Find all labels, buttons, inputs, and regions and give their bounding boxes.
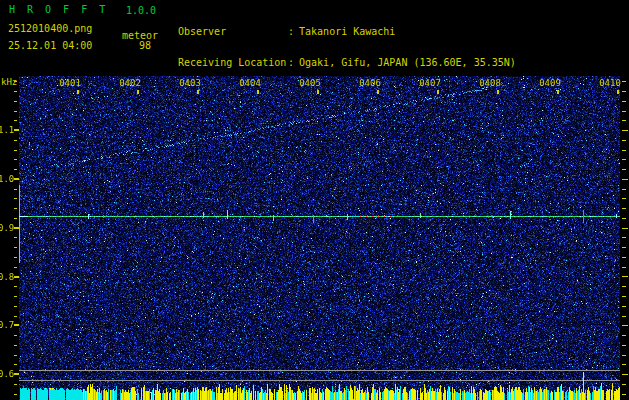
freq-right-tick [622, 355, 626, 356]
freq-minor-tick [14, 189, 17, 190]
freq-right-tick [622, 384, 626, 385]
freq-axis-label: 0.8 [0, 273, 14, 282]
freq-right-tick [622, 325, 628, 326]
freq-axis-label: 1.1 [0, 126, 14, 135]
app-title: H R O F F T [9, 5, 108, 15]
freq-minor-tick [14, 257, 17, 258]
output-filename: 2512010400.png [8, 24, 92, 34]
freq-right-tick [622, 247, 626, 248]
hrofft-screen: H R O F F T 1.0.0 2512010400.png meteor … [0, 0, 629, 400]
app-version: 1.0.0 [126, 6, 156, 16]
freq-unit-label: kHz [1, 77, 17, 87]
freq-right-tick [622, 237, 626, 238]
freq-right-tick [622, 101, 626, 102]
info-label: Observer [178, 26, 288, 37]
freq-right-tick [622, 296, 626, 297]
freq-right-tick [622, 276, 628, 277]
freq-minor-tick [14, 267, 17, 268]
observation-datetime: 25.12.01 04:00 [8, 41, 92, 51]
freq-right-tick [622, 169, 626, 170]
freq-right-tick [622, 374, 628, 375]
info-value: Takanori Kawachi [299, 26, 395, 37]
freq-minor-tick [14, 345, 17, 346]
freq-axis-label: 1.0 [0, 175, 14, 184]
freq-minor-tick [14, 218, 17, 219]
freq-right-tick [622, 140, 626, 141]
info-colon: : [288, 57, 294, 68]
freq-minor-tick [14, 247, 17, 248]
freq-right-tick [622, 267, 626, 268]
freq-minor-tick [14, 364, 17, 365]
freq-minor-tick [14, 316, 17, 317]
freq-minor-tick [14, 208, 17, 209]
freq-right-tick [622, 189, 626, 190]
freq-right-tick [622, 345, 626, 346]
info-colon: : [288, 26, 294, 37]
freq-minor-tick [14, 169, 17, 170]
freq-minor-tick [14, 335, 17, 336]
freq-right-tick [622, 91, 626, 92]
freq-minor-tick [14, 91, 17, 92]
freq-axis-label: 0.7 [0, 321, 14, 330]
freq-axis-label: 0.6 [0, 370, 14, 379]
freq-minor-tick [14, 355, 17, 356]
freq-minor-tick [14, 111, 17, 112]
freq-right-tick [622, 150, 626, 151]
spectrogram-canvas [19, 76, 620, 400]
freq-right-tick [622, 335, 626, 336]
freq-minor-tick [14, 120, 17, 121]
echo-count: 98 [139, 41, 151, 51]
freq-minor-tick [14, 384, 17, 385]
freq-minor-tick [14, 296, 17, 297]
freq-right-tick [622, 111, 626, 112]
freq-minor-tick [14, 159, 17, 160]
freq-right-tick [622, 198, 626, 199]
freq-right-tick [622, 286, 626, 287]
freq-right-tick [622, 218, 626, 219]
freq-right-tick [622, 81, 626, 82]
freq-minor-tick [14, 101, 17, 102]
freq-minor-tick [14, 150, 17, 151]
freq-minor-tick [14, 306, 17, 307]
freq-minor-tick [14, 198, 17, 199]
info-row-location: Receiving Location:Ogaki, Gifu, JAPAN (1… [178, 57, 516, 68]
info-value: Ogaki, Gifu, JAPAN (136.60E, 35.35N) [299, 57, 516, 68]
freq-right-tick [622, 130, 628, 131]
freq-minor-tick [14, 237, 17, 238]
freq-right-tick [622, 159, 626, 160]
freq-minor-tick [14, 394, 17, 395]
freq-right-tick [622, 257, 626, 258]
info-label: Receiving Location [178, 57, 288, 68]
freq-right-tick [622, 208, 626, 209]
freq-axis-label: 0.9 [0, 224, 14, 233]
freq-right-tick [622, 306, 626, 307]
freq-right-tick [622, 364, 626, 365]
freq-right-tick [622, 316, 626, 317]
info-row-observer: Observer:Takanori Kawachi [178, 26, 516, 37]
freq-minor-tick [14, 140, 17, 141]
freq-right-tick [622, 228, 628, 229]
freq-right-tick [622, 120, 626, 121]
freq-minor-tick [14, 286, 17, 287]
freq-right-tick [622, 179, 628, 180]
freq-right-tick [622, 394, 626, 395]
